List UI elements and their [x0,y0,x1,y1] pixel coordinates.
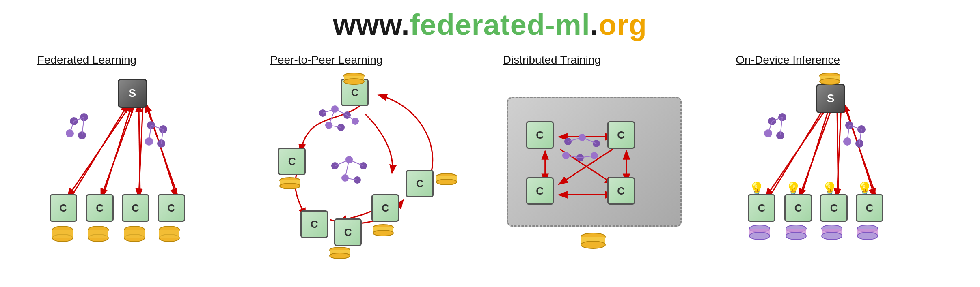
svg-point-102 [820,79,840,84]
svg-point-128 [857,232,878,240]
data-cluster-od-1 [760,113,801,162]
svg-rect-25 [52,230,73,238]
db-icon-od-server [819,73,841,85]
db-icon-fl-3 [123,226,146,242]
od-client-4: C [856,194,883,222]
on-device-inference-title[interactable]: On-Device Inference [736,54,840,66]
svg-rect-33 [124,230,145,238]
diagram-distributed-training: Distributed Training [495,54,718,287]
db-icon-od-4 [857,225,879,241]
page-container: www.federated-ml.org Federated Learning [0,0,980,287]
server-node-fl: S [118,79,147,108]
db-icon-p2p-bottom [372,224,395,238]
diagram-federated-learning: Federated Learning [29,54,253,287]
svg-line-5 [104,105,132,195]
header-dot1: . [401,9,410,41]
distributed-training-canvas: C C C C [495,73,718,259]
data-cluster-p2p-1 [315,105,363,146]
svg-point-46 [436,179,457,185]
svg-rect-37 [159,230,179,238]
diagram-p2p-learning: Peer-to-Peer Learning [262,54,485,287]
db-icon-od-3 [821,225,843,241]
od-client-2: C [784,194,812,222]
on-device-inference-canvas: S [727,73,951,259]
db-icon-dist-main [580,233,607,251]
svg-point-49 [373,230,393,236]
svg-line-69 [335,160,349,166]
client-node-fl-3: C [122,194,149,222]
data-cluster-fl-2 [139,117,179,166]
svg-point-40 [344,79,364,84]
client-node-fl-1: C [50,194,77,222]
header-www: www [333,9,401,41]
federated-learning-title[interactable]: Federated Learning [37,54,136,66]
db-icon-p2p-right [436,173,458,187]
header-title: www.federated-ml.org [333,8,647,41]
header-org: org [599,9,647,41]
db-icon-p2p-left [279,177,301,191]
svg-point-119 [749,232,770,240]
p2p-learning-canvas: C C C C [262,73,485,259]
dist-client-4: C [607,177,635,205]
db-icon-fl-2 [87,226,110,242]
federated-learning-canvas: S [29,73,253,259]
svg-point-52 [330,253,350,259]
p2p-client-2: C [278,148,306,175]
p2p-learning-title[interactable]: Peer-to-Peer Learning [270,54,382,66]
svg-point-125 [822,232,842,240]
svg-line-86 [582,137,596,144]
distributed-training-title[interactable]: Distributed Training [503,54,601,66]
dist-client-3: C [526,177,554,205]
db-icon-fl-4 [158,226,181,242]
svg-point-91 [581,241,605,248]
p2p-client-6: C [334,218,362,246]
dist-client-2: C [607,121,635,149]
od-client-3: C [820,194,848,222]
client-node-fl-2: C [86,194,114,222]
p2p-client-4: C [406,170,434,197]
diagrams-row: Federated Learning [0,54,980,287]
header-dot2: . [590,9,599,41]
header-federated-ml: federated-ml [410,9,590,41]
p2p-client-5: C [371,194,399,222]
dist-client-1: C [526,121,554,149]
svg-line-70 [349,160,363,166]
db-icon-od-2 [785,225,807,241]
p2p-client-3: C [300,210,328,238]
db-icon-p2p-top [343,73,365,85]
svg-rect-29 [88,230,108,238]
svg-point-122 [786,232,806,240]
db-icon-od-1 [749,225,771,241]
data-cluster-dist [556,133,609,174]
db-icon-p2p-bottom2 [329,247,351,261]
data-cluster-p2p-2 [327,154,380,194]
server-node-od: S [816,84,845,113]
diagram-on-device-inference: On-Device Inference [727,54,951,287]
db-icon-fl-1 [52,226,74,242]
data-cluster-od-2 [837,117,878,166]
client-node-fl-4: C [158,194,185,222]
data-cluster-fl-1 [62,113,102,162]
svg-point-43 [280,183,300,189]
od-client-1: C [748,194,775,222]
svg-line-63 [329,109,335,125]
